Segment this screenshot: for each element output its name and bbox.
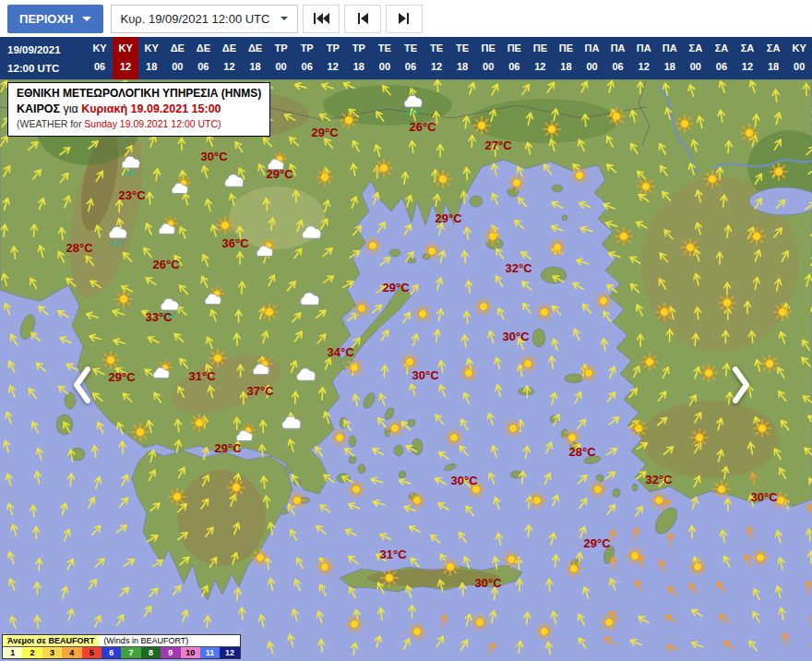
timestep-day: ΣΑ	[689, 40, 703, 58]
timestep-cell[interactable]: ΤΕ00	[372, 37, 398, 79]
temperature-label: 29°C	[214, 441, 242, 455]
step-back-icon	[355, 12, 370, 25]
timestep-cell[interactable]: ΔΕ06	[190, 37, 216, 79]
weather-icon-sun	[102, 352, 119, 368]
timestep-hour: 12	[328, 58, 339, 77]
timestep-cell[interactable]: ΣΑ18	[760, 37, 786, 79]
timestep-hour: 12	[120, 58, 131, 77]
timestep-cell[interactable]: ΚΥ06	[87, 37, 113, 79]
timestep-cell[interactable]: ΣΑ12	[734, 37, 760, 79]
weather-icon-sun	[381, 570, 398, 586]
timestep-cell[interactable]: ΠΕ06	[501, 37, 527, 79]
wind-legend-title-gr: Άνεμοι σε BEAUFORT	[3, 635, 99, 646]
weather-icon-sun	[346, 359, 363, 376]
wind-legend-scale: 123456789101112	[3, 646, 240, 658]
timestep-cell[interactable]: ΤΕ06	[398, 37, 424, 79]
legend-beaufort-cell: 5	[82, 647, 102, 658]
map-prev-button[interactable]	[72, 366, 92, 408]
timestep-cell[interactable]: ΣΑ06	[709, 37, 734, 79]
timestep-hour: 12	[223, 58, 234, 77]
step-forward-icon	[397, 12, 412, 25]
weather-icon-sun	[261, 304, 278, 320]
weather-icon-sun	[442, 559, 459, 575]
timestep-hour: 18	[560, 58, 571, 77]
weather-icon-sun	[682, 239, 699, 256]
timestep-hour: 12	[742, 58, 753, 77]
timestep-cell[interactable]: ΚΥ18	[138, 37, 164, 79]
skip-to-first-button[interactable]	[303, 5, 340, 33]
chevron-left-icon	[72, 366, 92, 404]
timestep-cell[interactable]: ΚΥ12	[113, 37, 138, 79]
timestep-cell[interactable]: ΣΑ00	[683, 37, 709, 79]
timestep-cell[interactable]: ΠΑ18	[657, 37, 683, 79]
timestep-cell[interactable]: ΠΑ00	[579, 37, 604, 79]
weather-icon-sun	[484, 228, 501, 245]
timestep-hour: 00	[172, 58, 183, 77]
timestep-day: ΣΑ	[767, 40, 781, 58]
datetime-select-value: Κυρ. 19/09/2021 12:00 UTC	[121, 12, 270, 26]
timestep-cell[interactable]: ΔΕ12	[216, 37, 242, 79]
weather-icon-sun	[316, 559, 333, 575]
legend-beaufort-cell: 3	[42, 647, 62, 658]
timestep-day: ΔΕ	[171, 40, 185, 58]
temperature-label: 30°C	[502, 330, 530, 343]
weather-icon-sun	[446, 429, 462, 446]
step-back-button[interactable]	[344, 5, 381, 33]
timestep-cell[interactable]: ΤΡ18	[346, 37, 372, 79]
weather-icon-sun	[209, 350, 226, 367]
region-button[interactable]: ΠΕΡΙΟΧΗ	[7, 5, 103, 33]
temperature-label: 32°C	[645, 473, 673, 487]
timestep-day: ΤΡ	[352, 40, 365, 58]
timestep-hour: 06	[716, 58, 727, 77]
timestep-day: ΠΑ	[611, 40, 626, 58]
timestep-cell[interactable]: ΠΑ06	[605, 37, 631, 79]
weather-icon-sun	[656, 304, 673, 320]
map-next-button[interactable]	[731, 366, 751, 408]
temperature-label: 30°C	[412, 368, 439, 382]
weather-icon-sun	[543, 121, 560, 138]
timestep-cell[interactable]: ΔΕ18	[242, 37, 268, 79]
weather-icon-sun	[473, 117, 490, 134]
timestep-day: ΤΡ	[301, 40, 314, 58]
weather-icon-sun	[508, 174, 525, 191]
weather-icon-sun	[770, 163, 787, 180]
legend-beaufort-cell: 6	[102, 647, 121, 658]
weather-icon-sun	[331, 429, 348, 446]
timestep-hour: 06	[612, 58, 623, 77]
temperature-label: 29°C	[382, 281, 410, 294]
timestep-cell[interactable]: ΔΕ00	[164, 37, 190, 79]
timestep-cell[interactable]: ΤΡ12	[320, 37, 346, 79]
timestep-day: ΤΕ	[404, 40, 417, 58]
timestep-cell[interactable]: ΠΕ12	[527, 37, 553, 79]
weather-icon-sun	[435, 171, 451, 187]
weather-icon-sun	[754, 420, 770, 437]
weather-icon-sun	[713, 481, 730, 498]
timestep-cell[interactable]: ΠΕ18	[553, 37, 579, 79]
timestep-cell[interactable]: ΤΕ12	[424, 37, 449, 79]
timestep-cell[interactable]: ΠΕ00	[475, 37, 501, 79]
weather-icon-sun	[564, 429, 580, 446]
timestep-cell[interactable]: ΠΑ12	[631, 37, 657, 79]
weather-icon-sun	[651, 492, 667, 509]
step-forward-button[interactable]	[386, 5, 423, 33]
weather-map: 29°C26°C27°C30°C29°C23°C29°C36°C28°C26°C…	[0, 79, 812, 661]
timestep-cell[interactable]: ΤΡ00	[269, 37, 294, 79]
weather-icon-sun	[115, 291, 132, 307]
weather-icon-sun	[414, 306, 431, 322]
timestep-hour: 12	[639, 58, 650, 77]
info-weather-label-gr: ΚΑΙΡΟΣ	[17, 102, 60, 115]
timestep-cell[interactable]: ΤΕ18	[449, 37, 475, 79]
timestep-day: ΤΡ	[327, 40, 340, 58]
timestep-day: ΤΕ	[456, 40, 469, 58]
temperature-label: 28°C	[66, 241, 93, 255]
temperature-label: 31°C	[379, 547, 407, 561]
timestep-day: ΔΕ	[222, 40, 236, 58]
weather-icon-sun	[627, 547, 643, 564]
legend-beaufort-cell: 9	[161, 647, 180, 658]
current-time: 12:00 UTC	[7, 59, 87, 78]
weather-icon-sun	[169, 488, 185, 505]
timestep-cell[interactable]: ΤΡ06	[294, 37, 320, 79]
datetime-select[interactable]: Κυρ. 19/09/2021 12:00 UTC	[111, 5, 299, 33]
timestep-day: ΠΕ	[508, 40, 521, 58]
timestep-cell[interactable]: ΚΥ00	[786, 37, 812, 79]
